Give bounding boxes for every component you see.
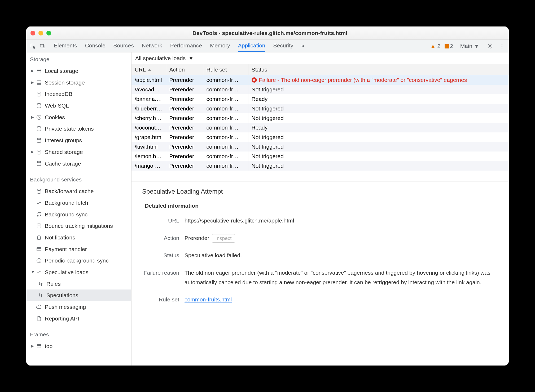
tab-sources[interactable]: Sources [113,40,134,52]
sidebar-notifications[interactable]: Notifications [26,232,131,243]
detail-ruleset-link[interactable]: common-fruits.html [185,296,232,302]
warnings-badge[interactable]: ▲ 2 [430,43,440,49]
sidebar-shared-storage[interactable]: ▶Shared storage [26,146,131,158]
sidebar-rules[interactable]: Rules [26,278,131,290]
sidebar-speculative-loads[interactable]: ▼Speculative loads [26,266,131,278]
close-button[interactable] [30,31,35,35]
db-icon [36,161,42,166]
maximize-button[interactable] [46,31,51,35]
issues-badge[interactable]: 2 [445,43,453,49]
tab-security[interactable]: Security [273,40,293,52]
database-icon [36,80,42,86]
svg-point-14 [39,118,40,118]
database-icon [36,68,42,74]
table-row[interactable]: /cherry.h…Prerendercommon-fr…Not trigger… [131,113,509,123]
error-icon: ✕ [252,77,257,83]
table-row[interactable]: /avocad…Prerendercommon-fr…Not triggered [131,85,509,94]
sidebar-session-storage[interactable]: ▶Session storage [26,77,131,88]
table-row[interactable]: /mango.…Prerendercommon-fr…Not triggered [131,161,509,171]
db-icon [36,188,42,194]
transfer-icon [37,281,44,287]
sidebar-interest-groups[interactable]: Interest groups [26,135,131,146]
db-icon [36,103,42,109]
sidebar-indexeddb[interactable]: IndexedDB [26,88,131,100]
tab-network[interactable]: Network [142,40,162,52]
transfer-icon [37,292,44,298]
sidebar-bfcache[interactable]: Back/forward cache [26,185,131,197]
table-row[interactable]: /grape.htmlPrerendercommon-fr…Not trigge… [131,132,509,142]
more-icon[interactable]: ⋮ [498,43,506,49]
tab-elements[interactable]: Elements [54,40,77,52]
bell-icon [36,235,42,240]
speculations-panel: All speculative loads ▼ URL Action Rule … [131,52,509,366]
devtools-window: DevTools - speculative-rules.glitch.me/c… [26,26,509,366]
frame-icon [36,343,42,349]
sidebar-cookies[interactable]: ▶Cookies [26,112,131,123]
svg-rect-5 [37,70,41,72]
svg-point-3 [489,45,491,47]
table-row[interactable]: /apple.htmlPrerendercommon-fr…✕Failure -… [131,75,509,85]
window-title: DevTools - speculative-rules.glitch.me/c… [51,30,489,36]
sidebar-payment[interactable]: Payment handler [26,243,131,255]
col-action[interactable]: Action [166,64,203,75]
sidebar-reporting[interactable]: Reporting API [26,313,131,324]
speculations-table: URL Action Rule set Status /apple.htmlPr… [131,64,509,181]
sidebar-bg-fetch[interactable]: Background fetch [26,197,131,209]
table-row[interactable]: /banana.…Prerendercommon-fr…Ready [131,94,509,104]
minimize-button[interactable] [38,31,43,35]
detail-section: Detailed information [145,203,498,209]
frames-header: Frames [26,328,131,340]
sidebar-websql[interactable]: Web SQL [26,100,131,112]
svg-point-17 [37,150,41,151]
sidebar-local-storage[interactable]: ▶Local storage [26,65,131,77]
chevron-down-icon: ▼ [188,55,194,61]
traffic-lights [30,31,51,35]
table-row[interactable]: /blueberr…Prerendercommon-fr…Not trigger… [131,104,509,113]
db-icon [36,91,42,97]
detail-url: https://speculative-rules.glitch.me/appl… [185,216,498,225]
sidebar-cache-storage[interactable]: Cache storage [26,158,131,170]
svg-point-12 [37,115,41,119]
sidebar-bounce[interactable]: Bounce tracking mitigations [26,220,131,232]
target-dropdown[interactable]: Main ▼ [457,42,482,51]
sidebar-periodic-sync[interactable]: Periodic background sync [26,255,131,266]
table-row[interactable]: /coconut…Prerendercommon-fr…Ready [131,123,509,132]
devtools-toolbar: Elements Console Sources Network Perform… [26,40,509,52]
application-sidebar: Storage ▶Local storage ▶Session storage … [26,52,131,366]
clock-icon [36,258,42,264]
sidebar-bg-sync[interactable]: Background sync [26,209,131,220]
db-icon [36,223,42,229]
tab-overflow[interactable]: » [301,40,304,52]
sidebar-push[interactable]: Push messaging [26,301,131,313]
bg-services-header: Background services [26,173,131,185]
table-row[interactable]: /kiwi.htmlPrerendercommon-fr…Not trigger… [131,142,509,152]
titlebar: DevTools - speculative-rules.glitch.me/c… [26,26,509,40]
db-icon [36,126,42,132]
svg-point-15 [37,127,41,128]
col-ruleset[interactable]: Rule set [203,64,248,75]
col-status[interactable]: Status [248,64,509,75]
toolbar-right: ▲ 2 2 Main ▼ ⋮ [430,42,506,51]
detail-reason: The old non-eager prerender (with a "mod… [185,268,498,287]
detail-heading: Speculative Loading Attempt [142,188,498,195]
table-row[interactable]: /lemon.h…Prerendercommon-fr…Not triggere… [131,152,509,161]
db-icon [36,137,42,143]
sidebar-speculations[interactable]: Speculations [26,289,131,301]
inspect-icon[interactable] [29,43,37,49]
settings-icon[interactable] [486,43,494,49]
svg-point-18 [37,161,41,163]
filter-dropdown[interactable]: All speculative loads ▼ [131,52,509,64]
device-toggle-icon[interactable] [39,43,46,49]
col-url[interactable]: URL [131,64,166,75]
svg-point-16 [37,138,41,140]
inspect-button[interactable]: Inspect [212,234,235,243]
tab-console[interactable]: Console [85,40,106,52]
card-icon [36,246,42,252]
svg-rect-6 [37,72,41,73]
sidebar-private-tokens[interactable]: Private state tokens [26,123,131,135]
tab-memory[interactable]: Memory [210,40,230,52]
tab-performance[interactable]: Performance [170,40,202,52]
tab-application[interactable]: Application [238,40,265,52]
sidebar-frame-top[interactable]: ▶top [26,340,131,352]
svg-rect-4 [37,69,41,71]
